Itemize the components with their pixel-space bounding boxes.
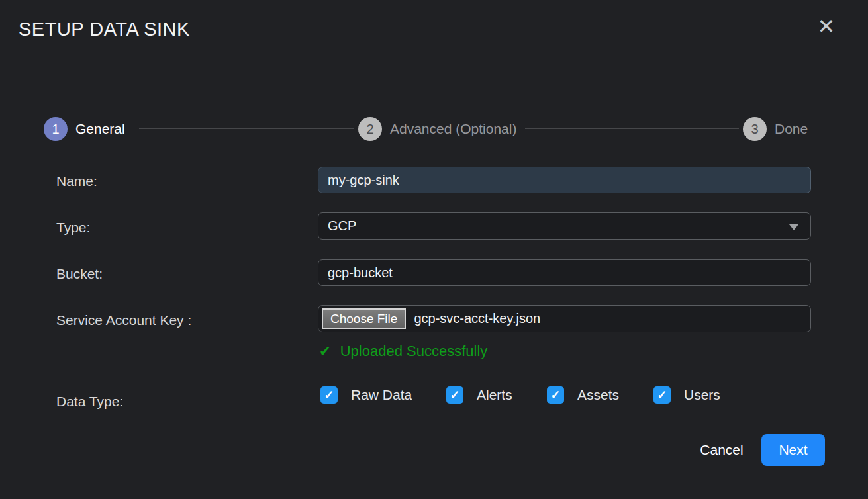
raw-data-checkbox[interactable]: ✓	[320, 386, 338, 404]
page-title: SETUP DATA SINK	[19, 19, 190, 40]
step-3-circle[interactable]: 3	[743, 117, 767, 141]
checkbox-group-users: ✓ Users	[653, 386, 720, 404]
close-icon[interactable]: ✕	[813, 13, 840, 40]
check-icon: ✔	[319, 343, 331, 359]
users-checkbox[interactable]: ✓	[653, 386, 671, 404]
step-2-label: Advanced (Optional)	[390, 121, 516, 137]
assets-label: Assets	[577, 387, 619, 403]
file-name-text: gcp-svc-acct-key.json	[414, 311, 540, 326]
type-select-value: GCP	[328, 218, 356, 233]
step-3-label: Done	[775, 121, 808, 137]
step-1-label: General	[75, 121, 125, 137]
name-label: Name:	[56, 173, 97, 189]
checkbox-group-alerts: ✓ Alerts	[446, 386, 512, 404]
choose-file-button[interactable]: Choose File	[322, 308, 406, 329]
bucket-input[interactable]: gcp-bucket	[318, 259, 811, 286]
checkbox-group-assets: ✓ Assets	[547, 386, 619, 404]
alerts-label: Alerts	[477, 387, 512, 403]
assets-checkbox[interactable]: ✓	[547, 386, 564, 404]
raw-data-label: Raw Data	[351, 387, 412, 403]
type-label: Type:	[56, 220, 90, 236]
service-account-key-file-input[interactable]: Choose File gcp-svc-acct-key.json	[318, 305, 811, 332]
next-button[interactable]: Next	[761, 434, 825, 466]
type-select[interactable]: GCP	[318, 212, 811, 240]
step-2-circle[interactable]: 2	[358, 117, 382, 141]
checkbox-group-raw-data: ✓ Raw Data	[320, 386, 412, 404]
chevron-down-icon	[789, 224, 798, 230]
data-type-label: Data Type:	[56, 394, 123, 410]
step-1-circle[interactable]: 1	[44, 117, 68, 141]
cancel-button[interactable]: Cancel	[697, 441, 747, 459]
bucket-label: Bucket:	[56, 266, 103, 282]
upload-status: ✔ Uploaded Successfully	[319, 343, 487, 360]
service-account-key-label: Service Account Key :	[56, 312, 191, 328]
upload-status-text: Uploaded Successfully	[340, 343, 488, 359]
alerts-checkbox[interactable]: ✓	[446, 386, 463, 404]
step-connector-2	[525, 128, 739, 129]
modal-header: SETUP DATA SINK ✕	[0, 0, 868, 60]
step-connector-1	[139, 128, 354, 129]
name-input[interactable]: my-gcp-sink	[318, 167, 811, 193]
users-label: Users	[684, 387, 720, 403]
